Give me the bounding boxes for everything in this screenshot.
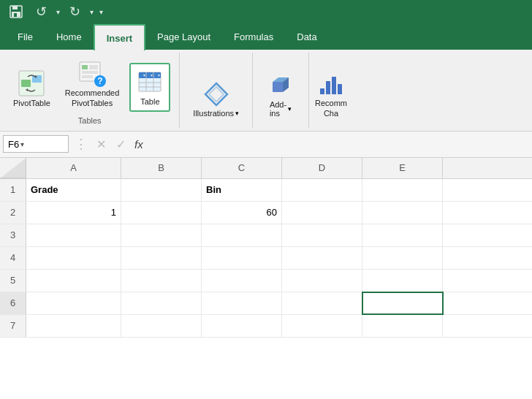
recommended-pivottables-label: Recommended PivotTables <box>65 88 120 109</box>
col-header-a[interactable]: A <box>26 158 121 178</box>
cell-c5[interactable] <box>202 270 282 292</box>
pivottable-icon <box>17 69 46 98</box>
cell-d5[interactable] <box>282 270 362 292</box>
addins-arrow: ▾ <box>288 105 292 113</box>
formula-actions: ✕ ✓ <box>94 136 129 153</box>
undo-arrow[interactable]: ▾ <box>56 8 60 16</box>
tab-home[interactable]: Home <box>45 23 94 50</box>
save-icon[interactable] <box>6 4 26 20</box>
cell-d2[interactable] <box>282 202 362 224</box>
svg-rect-30 <box>320 88 324 94</box>
svg-rect-33 <box>338 84 342 94</box>
cell-a7[interactable] <box>26 315 121 337</box>
tab-data[interactable]: Data <box>285 23 328 50</box>
table-label: Table <box>140 96 159 107</box>
tab-file[interactable]: File <box>6 23 45 50</box>
row-header-1[interactable]: 1 <box>0 179 26 201</box>
cell-a5[interactable] <box>26 270 121 292</box>
redo-button[interactable]: ↻ <box>66 2 84 21</box>
svg-rect-17 <box>139 72 161 78</box>
row-header-6[interactable]: 6 <box>0 292 26 314</box>
table-button[interactable]: Table <box>129 63 170 111</box>
cell-a6[interactable] <box>26 292 121 314</box>
cell-e3[interactable] <box>362 224 443 246</box>
tables-group-label: Tables <box>78 116 102 125</box>
tab-formulas[interactable]: Formulas <box>222 23 285 50</box>
svg-rect-13 <box>82 75 93 78</box>
cell-c3[interactable] <box>202 224 282 246</box>
recommended-charts-button[interactable]: RecommCha <box>311 66 352 122</box>
ribbon-tabs: File Home Insert Page Layout Formulas Da… <box>0 23 532 50</box>
formula-separator: ⋮ <box>75 136 88 152</box>
cell-d7[interactable] <box>282 315 362 337</box>
name-box[interactable]: F6 ▾ <box>3 135 69 153</box>
row-header-2[interactable]: 2 <box>0 202 26 224</box>
spreadsheet-area: A B C D E 1 Grade Bin 2 1 60 3 <box>0 158 532 399</box>
cell-b2[interactable] <box>121 202 202 224</box>
svg-rect-3 <box>14 13 17 17</box>
col-header-b[interactable]: B <box>121 158 202 178</box>
illustrations-icon <box>202 80 231 109</box>
cell-d3[interactable] <box>282 224 362 246</box>
cell-d6[interactable] <box>282 292 362 314</box>
cell-e7[interactable] <box>362 315 443 337</box>
cell-a1[interactable]: Grade <box>26 179 121 201</box>
cell-c6[interactable] <box>202 292 282 314</box>
title-bar: ↺ ▾ ↻ ▾ ▾ <box>0 0 532 23</box>
name-box-arrow[interactable]: ▾ <box>20 140 24 148</box>
tab-insert[interactable]: Insert <box>94 24 145 50</box>
cell-f6[interactable] <box>362 292 443 314</box>
cell-e2[interactable] <box>362 202 443 224</box>
confirm-button[interactable]: ✓ <box>113 136 129 153</box>
svg-text:?: ? <box>97 76 102 86</box>
cell-d4[interactable] <box>282 247 362 269</box>
svg-rect-27 <box>273 82 283 92</box>
pivottable-button[interactable]: PivotTable <box>9 66 55 111</box>
addins-button[interactable]: Add-ins ▾ <box>262 68 300 121</box>
quick-access-arrow[interactable]: ▾ <box>99 8 103 16</box>
col-header-d[interactable]: D <box>282 158 362 178</box>
cell-c1[interactable]: Bin <box>202 179 282 201</box>
svg-rect-11 <box>89 65 98 69</box>
recommended-charts-icon <box>316 69 346 98</box>
cell-c7[interactable] <box>202 315 282 337</box>
col-header-e[interactable]: E <box>362 158 443 178</box>
corner-cell <box>0 158 26 178</box>
row-header-7[interactable]: 7 <box>0 315 26 337</box>
svg-marker-34 <box>0 158 26 178</box>
ribbon-content: PivotTable ? <box>0 50 532 132</box>
row-header-3[interactable]: 3 <box>0 224 26 246</box>
cell-b1[interactable] <box>121 179 202 201</box>
column-headers: A B C D E <box>0 158 532 179</box>
cell-b3[interactable] <box>121 224 202 246</box>
cancel-button[interactable]: ✕ <box>94 136 109 153</box>
cell-d1[interactable] <box>282 179 362 201</box>
cell-e4[interactable] <box>362 247 443 269</box>
table-row: 3 <box>0 224 532 247</box>
svg-rect-5 <box>21 80 31 87</box>
addins-label: Add-ins <box>270 100 286 118</box>
formula-input[interactable] <box>149 135 529 153</box>
redo-arrow[interactable]: ▾ <box>90 8 94 16</box>
col-header-c[interactable]: C <box>202 158 282 178</box>
cell-b6[interactable] <box>121 292 202 314</box>
cell-a4[interactable] <box>26 247 121 269</box>
cell-c4[interactable] <box>202 247 282 269</box>
table-row: 6 <box>0 292 532 315</box>
cell-e1[interactable] <box>362 179 443 201</box>
row-header-4[interactable]: 4 <box>0 247 26 269</box>
cell-c2[interactable]: 60 <box>202 202 282 224</box>
cell-b7[interactable] <box>121 315 202 337</box>
cell-e5[interactable] <box>362 270 443 292</box>
cell-a2[interactable]: 1 <box>26 202 121 224</box>
recommended-pivottables-button[interactable]: ? Recommended PivotTables <box>61 56 124 112</box>
cell-b5[interactable] <box>121 270 202 292</box>
tables-items: PivotTable ? <box>9 56 170 115</box>
svg-rect-10 <box>82 65 88 69</box>
cell-b4[interactable] <box>121 247 202 269</box>
cell-a3[interactable] <box>26 224 121 246</box>
illustrations-button[interactable]: Illustrations ▾ <box>189 77 243 121</box>
row-header-5[interactable]: 5 <box>0 270 26 292</box>
undo-button[interactable]: ↺ <box>32 2 50 21</box>
tab-pagelayout[interactable]: Page Layout <box>145 23 222 50</box>
